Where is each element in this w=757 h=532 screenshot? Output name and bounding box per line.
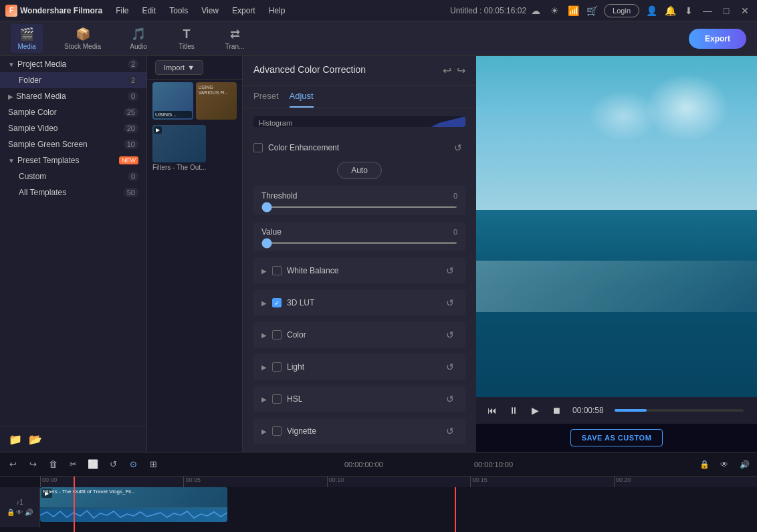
media-thumbnail-2[interactable]: USINGVARIOUS FI... [196,82,237,120]
download-icon[interactable]: ⬇ [682,4,695,17]
import-label: Import [164,63,185,72]
color-enhancement-checkbox[interactable] [253,143,263,152]
timeline-redo-button[interactable]: ↪ [25,457,40,472]
undo-icon[interactable]: ↩ [443,64,451,77]
shared-media-label: Shared Media [16,92,128,101]
menu-view[interactable]: View [196,3,224,18]
layout-button[interactable]: ⊞ [146,457,160,472]
maximize-icon[interactable]: □ [720,4,733,17]
custom-count: 0 [128,172,138,181]
threshold-range[interactable] [261,206,457,208]
play-button[interactable]: ▶ [527,402,543,418]
login-button[interactable]: Login [604,4,639,17]
vignette-checkbox[interactable] [272,426,282,436]
light-header[interactable]: ▶ Light ↺ [253,354,465,380]
threshold-label: Threshold [261,191,437,201]
ruler-mark-3: 00:15 [470,477,613,487]
eye-icon[interactable]: 👁 [717,457,732,472]
vignette-reset[interactable]: ↺ [443,424,457,438]
transform-button[interactable]: ⬜ [86,457,100,472]
tab-preset[interactable]: Preset [253,86,279,108]
save-as-custom-button[interactable]: SAVE AS CUSTOM [570,429,663,446]
delete-button[interactable]: 🗑 [45,457,60,472]
lock-icon[interactable]: 🔒 [697,457,712,472]
media-clip-thumb[interactable]: ▶ [152,125,206,162]
timeline: ↩ ↪ 🗑 ✂ ⬜ ↺ ⊙ ⊞ 00:00:00:00 00:00:10:00 … [0,452,757,532]
menu-help[interactable]: Help [263,3,291,18]
volume-icon[interactable]: 🔊 [737,457,752,472]
playhead[interactable] [74,477,75,532]
play-pause-button[interactable]: ⏸ [506,402,522,418]
notification-icon[interactable]: 🔔 [663,4,677,17]
sidebar-item-all-templates[interactable]: All Templates 50 [0,184,146,201]
color-reset[interactable]: ↺ [443,327,457,342]
media-thumbnail[interactable]: USING... [152,82,193,120]
vignette-header[interactable]: ▶ Vignette ↺ [253,418,465,444]
value-range[interactable] [261,242,457,244]
sidebar-item-folder[interactable]: Folder 2 [0,72,146,88]
stop-button[interactable]: ⏹ [548,402,564,418]
add-folder-icon[interactable]: 📂 [28,432,43,446]
timeline-undo-button[interactable]: ↩ [5,457,20,472]
hsl-checkbox[interactable] [272,394,282,404]
close-icon[interactable]: ✕ [738,4,752,17]
sidebar-item-shared-media[interactable]: ▶ Shared Media 0 [0,88,146,104]
cut-button[interactable]: ✂ [66,457,80,472]
light-reset[interactable]: ↺ [443,360,457,374]
light-arrow: ▶ [261,364,267,371]
wifi-icon[interactable]: 📶 [566,4,580,17]
vignette-section: ▶ Vignette ↺ [253,418,465,444]
skip-back-button[interactable]: ⏮ [484,402,500,418]
arrow-down-icon: ▼ [8,61,15,68]
tool-transitions[interactable]: ⇄ Tran... [219,24,251,53]
sidebar-item-project-media[interactable]: ▼ Project Media 2 [0,56,146,72]
sidebar-item-sample-color[interactable]: Sample Color 25 [0,104,146,120]
color-enhancement-reset[interactable]: ↺ [451,140,465,155]
color-checkbox[interactable] [272,330,282,340]
timeline-start-time: 00:00:00:00 [344,460,383,469]
restore-button[interactable]: ↺ [106,457,120,472]
sun-icon[interactable]: ☀ [548,4,561,17]
color-correction-panel: Advanced Color Correction ↩ ↪ Preset Adj… [242,56,476,452]
tool-media[interactable]: 🎬 Media [11,24,43,53]
redo-icon[interactable]: ↪ [457,64,465,77]
light-checkbox[interactable] [272,362,282,372]
sidebar-item-preset-templates[interactable]: ▼ Preset Templates NEW [0,152,146,168]
auto-button[interactable]: Auto [337,162,382,179]
sidebar-item-custom[interactable]: Custom 0 [0,168,146,184]
tool-titles-label: Titles [179,43,195,50]
white-balance-checkbox[interactable] [272,266,282,275]
cart-icon[interactable]: 🛒 [585,4,599,17]
3d-lut-reset[interactable]: ↺ [443,295,457,310]
new-bin-icon[interactable]: 📁 [8,432,23,446]
import-dropdown-icon[interactable]: ▼ [187,63,195,72]
white-balance-reset[interactable]: ↺ [443,263,457,278]
menu-edit[interactable]: Edit [136,3,161,18]
profile-icon[interactable]: 👤 [645,4,658,17]
tool-titles[interactable]: T Titles [171,25,203,53]
hsl-reset[interactable]: ↺ [443,392,457,406]
tool-audio[interactable]: 🎵 Audio [122,24,154,53]
3d-lut-checkbox[interactable]: ✓ [272,298,282,307]
tab-adjust[interactable]: Adjust [290,86,314,108]
sidebar-item-sample-video[interactable]: Sample Video 20 [0,120,146,136]
histogram: Histogram [253,116,465,127]
menu-file[interactable]: File [110,3,134,18]
tool-stock[interactable]: 📦 Stock Media [59,24,106,53]
timeline-clip[interactable]: Filters - The Outfit of Travel Vlogs_Fil… [40,487,227,522]
hsl-header[interactable]: ▶ HSL ↺ [253,386,465,412]
export-button[interactable]: Export [689,29,746,49]
sidebar-item-sample-green[interactable]: Sample Green Screen 10 [0,136,146,152]
minimize-icon[interactable]: — [701,4,714,17]
ruler-mark-2: 00:10 [327,477,470,487]
cloud-icon[interactable]: ☁ [529,4,542,17]
color-header[interactable]: ▶ Color ↺ [253,322,465,348]
timeline-end-time: 00:00:10:00 [474,460,513,469]
ripple-button[interactable]: ⊙ [126,457,140,472]
progress-bar[interactable] [615,409,744,412]
import-button[interactable]: Import ▼ [155,60,203,75]
menu-tools[interactable]: Tools [164,3,193,18]
menu-export[interactable]: Export [227,3,261,18]
white-balance-header[interactable]: ▶ White Balance ↺ [253,258,465,283]
3d-lut-header[interactable]: ▶ ✓ 3D LUT ↺ [253,290,465,315]
